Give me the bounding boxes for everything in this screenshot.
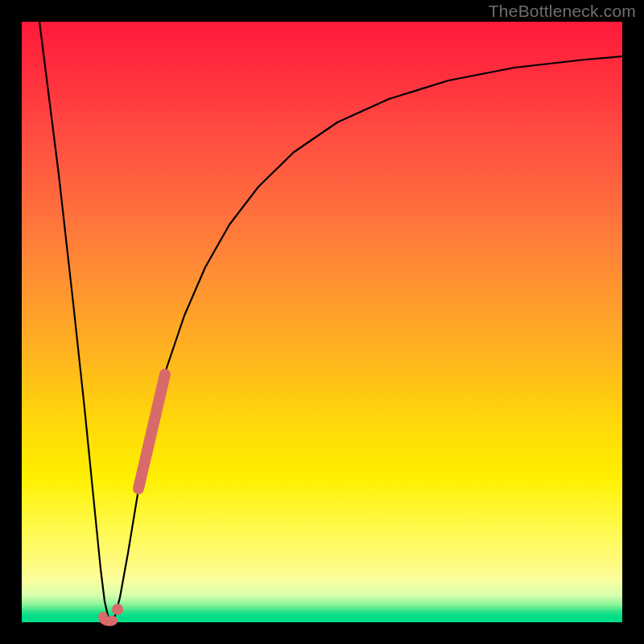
watermark-text: TheBottleneck.com [489,2,636,21]
highlight-rising-segment [138,374,165,489]
highlight-valley-dot [112,604,123,615]
plot-area [22,22,622,622]
highlight-valley-hook [103,617,113,621]
bottleneck-curve [39,22,622,621]
curve-svg [22,22,622,622]
chart-frame: TheBottleneck.com [0,0,644,644]
